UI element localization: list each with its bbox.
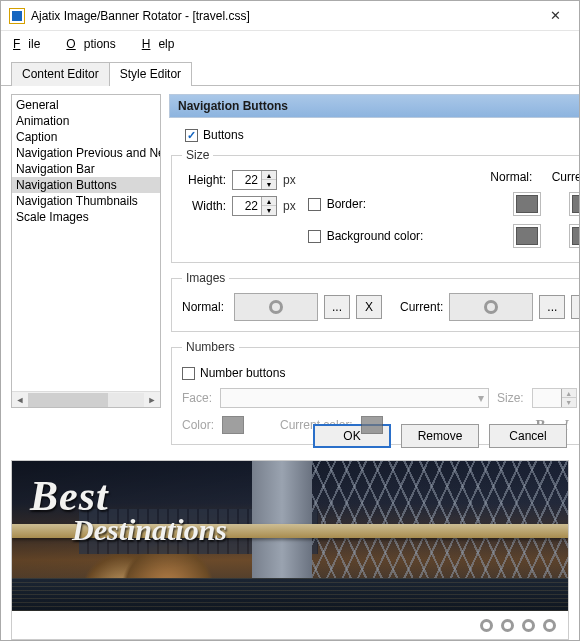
panel-title: Navigation Buttons	[169, 94, 580, 118]
caption-line1: Best	[30, 475, 227, 517]
style-editor-panel: Navigation Buttons ✓ Buttons Size Height…	[169, 94, 580, 408]
height-input[interactable]	[233, 171, 261, 189]
bg-current-swatch[interactable]	[572, 227, 580, 245]
scroll-left-icon[interactable]: ◄	[12, 395, 28, 405]
tab-style-editor[interactable]: Style Editor	[109, 62, 192, 86]
width-spinner[interactable]: ▲▼	[232, 196, 277, 216]
app-icon	[9, 8, 25, 24]
images-group: Images Normal: ... X Current: ... X	[171, 271, 580, 332]
width-label: Width:	[182, 199, 226, 213]
border-checkbox[interactable]: ✓	[308, 198, 321, 211]
pylon-shape	[252, 461, 312, 578]
size-legend: Size	[182, 148, 213, 162]
sidebar-horizontal-scrollbar[interactable]: ◄ ►	[12, 391, 160, 407]
menu-file[interactable]: File	[5, 35, 56, 53]
buttons-checkbox-row[interactable]: ✓ Buttons	[185, 128, 580, 142]
face-select: ▾	[220, 388, 489, 408]
sidebar-item-nav-buttons[interactable]: Navigation Buttons	[12, 177, 160, 193]
category-list[interactable]: General Animation Caption Navigation Pre…	[12, 95, 160, 391]
width-unit: px	[283, 199, 296, 213]
preview-pane: Best Destinations	[11, 460, 569, 640]
caption-line2: Destinations	[72, 513, 227, 547]
normal-heading: Normal:	[487, 170, 535, 184]
face-label: Face:	[182, 391, 212, 405]
size-up-icon: ▲	[562, 389, 576, 398]
bgcolor-label: Background color:	[327, 229, 424, 243]
sidebar-item-animation[interactable]: Animation	[12, 113, 160, 129]
close-button[interactable]: ✕	[533, 1, 577, 31]
images-normal-clear-button[interactable]: X	[356, 295, 382, 319]
bg-normal-swatch[interactable]	[516, 227, 538, 245]
scroll-right-icon[interactable]: ►	[144, 395, 160, 405]
circle-icon	[269, 300, 283, 314]
height-up-icon[interactable]: ▲	[262, 171, 276, 180]
sidebar-item-nav-thumbs[interactable]: Navigation Thumbnails	[12, 193, 160, 209]
tab-row: Content Editor Style Editor	[1, 61, 579, 86]
images-normal-preview[interactable]	[234, 293, 318, 321]
nav-dot-2[interactable]	[501, 619, 514, 632]
height-unit: px	[283, 173, 296, 187]
window-title: Ajatix Image/Banner Rotator - [travel.cs…	[31, 9, 533, 23]
images-current-label: Current:	[400, 300, 443, 314]
number-buttons-checkbox[interactable]: ✓	[182, 367, 195, 380]
water-shape	[12, 578, 568, 611]
numbers-legend: Numbers	[182, 340, 239, 354]
images-current-clear-button[interactable]: X	[571, 295, 580, 319]
menu-options[interactable]: Options	[58, 35, 131, 53]
font-color-label: Color:	[182, 418, 214, 432]
number-buttons-label: Number buttons	[200, 366, 285, 380]
sidebar-item-scale[interactable]: Scale Images	[12, 209, 160, 225]
current-heading: Current:	[549, 170, 580, 184]
width-down-icon[interactable]: ▼	[262, 206, 276, 215]
category-sidebar: General Animation Caption Navigation Pre…	[11, 94, 161, 408]
images-current-preview[interactable]	[449, 293, 533, 321]
size-down-icon: ▼	[562, 398, 576, 407]
banner-caption: Best Destinations	[30, 475, 227, 547]
border-current-swatch[interactable]	[572, 195, 580, 213]
banner-image: Best Destinations	[12, 461, 568, 611]
nav-dot-4[interactable]	[543, 619, 556, 632]
sidebar-item-nav-bar[interactable]: Navigation Bar	[12, 161, 160, 177]
titlebar: Ajatix Image/Banner Rotator - [travel.cs…	[1, 1, 579, 31]
width-input[interactable]	[233, 197, 261, 215]
border-normal-swatch[interactable]	[516, 195, 538, 213]
current-color-swatch	[361, 416, 383, 434]
images-normal-browse-button[interactable]: ...	[324, 295, 350, 319]
font-color-swatch	[222, 416, 244, 434]
buttons-checkbox[interactable]: ✓	[185, 129, 198, 142]
circle-icon	[484, 300, 498, 314]
height-spinner[interactable]: ▲▼	[232, 170, 277, 190]
scroll-thumb[interactable]	[28, 393, 108, 407]
nav-button-strip	[12, 611, 568, 639]
menubar: File Options Help	[1, 31, 579, 59]
images-legend: Images	[182, 271, 229, 285]
sidebar-item-general[interactable]: General	[12, 97, 160, 113]
font-size-input	[533, 389, 561, 407]
images-current-browse-button[interactable]: ...	[539, 295, 565, 319]
font-size-label: Size:	[497, 391, 524, 405]
cancel-button[interactable]: Cancel	[489, 424, 567, 448]
tab-content-editor[interactable]: Content Editor	[11, 62, 110, 86]
remove-button[interactable]: Remove	[401, 424, 479, 448]
nav-dot-3[interactable]	[522, 619, 535, 632]
size-group: Size Height: ▲▼ px Width:	[171, 148, 580, 263]
height-label: Height:	[182, 173, 226, 187]
buttons-checkbox-label: Buttons	[203, 128, 244, 142]
sidebar-item-caption[interactable]: Caption	[12, 129, 160, 145]
images-normal-label: Normal:	[182, 300, 228, 314]
font-size-spinner: ▲▼	[532, 388, 577, 408]
height-down-icon[interactable]: ▼	[262, 180, 276, 189]
nav-dot-1[interactable]	[480, 619, 493, 632]
menu-help[interactable]: Help	[134, 35, 191, 53]
sidebar-item-prev-next[interactable]: Navigation Previous and Next	[12, 145, 160, 161]
border-label: Border:	[327, 197, 366, 211]
width-up-icon[interactable]: ▲	[262, 197, 276, 206]
bgcolor-checkbox[interactable]: ✓	[308, 230, 321, 243]
